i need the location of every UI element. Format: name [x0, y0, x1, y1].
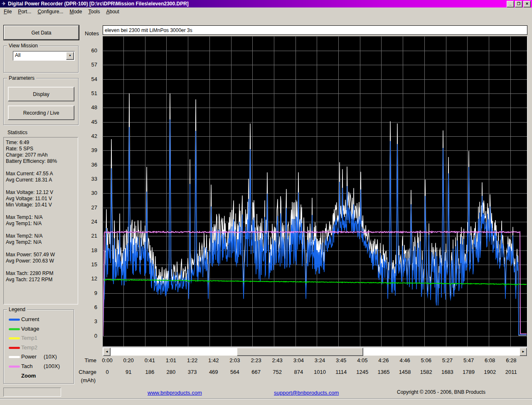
- stat-line: Min Voltage: 10.41 V: [6, 202, 78, 208]
- chart-plot[interactable]: [103, 36, 527, 347]
- time-tick: 5:06: [416, 357, 436, 363]
- stat-line: [6, 183, 78, 189]
- menu-item-configure[interactable]: Configure...: [37, 9, 63, 15]
- stat-line: Max Temp2: N/A: [6, 233, 78, 239]
- time-tick: 1:01: [161, 357, 180, 363]
- charge-unit-label: (mAh): [66, 377, 96, 383]
- charge-tick: 1114: [332, 369, 351, 375]
- legend-label: Legend: [7, 307, 27, 312]
- support-email-link[interactable]: support@bnbproducts.com: [274, 390, 339, 396]
- charge-tick: 2011: [502, 369, 521, 375]
- time-tick: 6:28: [502, 357, 521, 363]
- time-tick: 2:23: [246, 357, 266, 363]
- stat-line: Max Power: 507.49 W: [6, 252, 78, 258]
- charge-tick: 874: [289, 369, 308, 375]
- time-tick: 1:42: [204, 357, 223, 363]
- notes-input[interactable]: [103, 25, 527, 35]
- stat-line: Battery Efficiency: 88%: [6, 158, 78, 164]
- stat-line: Avg Current: 18.31 A: [6, 177, 78, 183]
- menu-bar: FilePort...Configure...ModeToolsAbout: [0, 7, 532, 16]
- time-axis: 0:000:200:411:011:221:422:032:232:433:04…: [0, 357, 532, 363]
- legend-item-current: Current: [4, 315, 74, 324]
- y-tick: 15: [82, 261, 97, 268]
- scroll-right-icon[interactable]: ►: [520, 348, 527, 356]
- charge-tick: 0: [98, 369, 117, 375]
- get-data-button[interactable]: Get Data: [4, 25, 79, 40]
- h-scrollbar[interactable]: ◄ ►: [103, 347, 527, 356]
- time-tick: 3:24: [310, 357, 330, 363]
- y-tick: 60: [82, 47, 97, 54]
- stat-line: Max Temp1: N/A: [6, 214, 78, 221]
- charge-axis: 0911862803734695646677528741010111412451…: [0, 369, 532, 375]
- time-tick: 0:00: [98, 357, 117, 363]
- stat-line: Max Current: 47.55 A: [6, 171, 78, 177]
- time-tick: 5:27: [438, 357, 457, 363]
- charge-tick: 1245: [353, 369, 372, 375]
- copyright-text: Copyright © 2005 - 2006, BNB Products: [397, 389, 485, 395]
- time-tick: 0:41: [140, 357, 159, 363]
- stat-line: [6, 227, 78, 233]
- stat-line: Avg Power: 200.63 W: [6, 258, 78, 264]
- stat-line: Avg Voltage: 11.01 V: [6, 196, 78, 202]
- legend-item-temp2: Temp2: [4, 343, 74, 353]
- time-tick: 2:43: [268, 357, 287, 363]
- charge-tick: 91: [119, 369, 138, 375]
- display-button[interactable]: Display: [8, 87, 74, 101]
- status-bar: [0, 398, 532, 399]
- y-tick: 36: [82, 162, 97, 168]
- time-tick: 2:03: [225, 357, 244, 363]
- menu-item-about[interactable]: About: [106, 9, 119, 15]
- chevron-down-icon[interactable]: ▼: [66, 52, 74, 60]
- legend-label: Tach: [21, 363, 32, 369]
- menu-item-file[interactable]: File: [4, 9, 12, 15]
- legend-label: Temp2: [21, 344, 37, 351]
- voltage-swatch-icon: [9, 328, 20, 330]
- stat-line: [6, 245, 78, 252]
- temp2-swatch-icon: [9, 347, 20, 349]
- progress-bar: [3, 388, 61, 397]
- view-mission-label: View Mission: [7, 43, 39, 49]
- mission-combobox[interactable]: All ▼: [13, 51, 75, 61]
- y-tick: 12: [82, 275, 97, 282]
- y-tick: 3: [82, 318, 97, 324]
- legend-label: Voltage: [21, 326, 39, 332]
- close-button[interactable]: ✕: [523, 1, 531, 7]
- y-tick: 27: [82, 204, 97, 211]
- statistics-label: Statistics: [7, 130, 27, 135]
- time-tick: 3:45: [332, 357, 351, 363]
- stat-line: Avg Temp2: N/A: [6, 239, 78, 245]
- y-tick: 51: [82, 90, 97, 96]
- y-tick: 33: [82, 176, 97, 182]
- menu-item-mode[interactable]: Mode: [69, 9, 82, 15]
- menu-item-port[interactable]: Port...: [18, 9, 31, 15]
- time-tick: 1:22: [183, 357, 202, 363]
- website-link[interactable]: www.bnbproducts.com: [148, 390, 202, 396]
- mission-combobox-value: All: [15, 52, 20, 58]
- charge-tick: 1683: [438, 369, 457, 375]
- legend-item-voltage: Voltage: [4, 324, 74, 334]
- temp1-swatch-icon: [9, 337, 20, 339]
- y-tick: 6: [82, 304, 97, 310]
- charge-tick: 564: [225, 369, 244, 375]
- legend-label: Temp1: [21, 335, 37, 341]
- restore-button[interactable]: ❐: [515, 1, 522, 7]
- tach-swatch-icon: [9, 366, 20, 368]
- chart-canvas[interactable]: [103, 37, 527, 346]
- stat-line: Avg Temp1: N/A: [6, 221, 78, 227]
- minimize-button[interactable]: _: [507, 1, 514, 7]
- y-tick: 42: [82, 133, 97, 139]
- time-tick: 4:05: [353, 357, 372, 363]
- charge-tick: 469: [204, 369, 223, 375]
- recording-live-button[interactable]: Recording / Live: [8, 106, 74, 120]
- time-tick: 0:20: [119, 357, 138, 363]
- charge-tick: 1010: [310, 369, 330, 375]
- legend-label: Current: [21, 316, 39, 322]
- time-tick: 5:47: [459, 357, 478, 363]
- scroll-left-icon[interactable]: ◄: [103, 348, 111, 356]
- time-tick: 3:04: [289, 357, 308, 363]
- y-tick: 45: [82, 119, 97, 125]
- scrollbar-thumb[interactable]: [237, 348, 363, 356]
- legend-suffix: (100X): [44, 363, 60, 369]
- charge-tick: 1365: [374, 369, 393, 375]
- y-tick: 18: [82, 247, 97, 253]
